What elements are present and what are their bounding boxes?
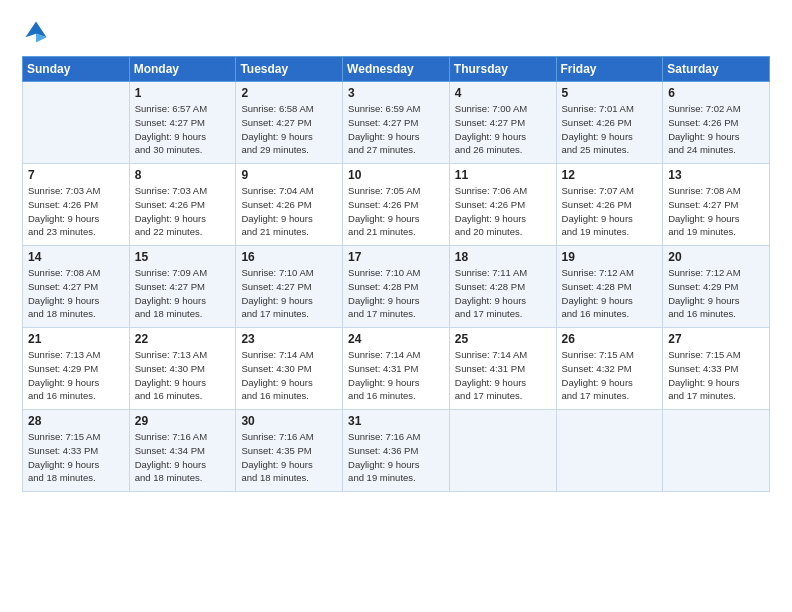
calendar-cell: 2Sunrise: 6:58 AM Sunset: 4:27 PM Daylig… (236, 82, 343, 164)
day-info: Sunrise: 7:16 AM Sunset: 4:36 PM Dayligh… (348, 430, 444, 485)
calendar-week-row: 1Sunrise: 6:57 AM Sunset: 4:27 PM Daylig… (23, 82, 770, 164)
day-number: 25 (455, 332, 551, 346)
calendar-cell: 14Sunrise: 7:08 AM Sunset: 4:27 PM Dayli… (23, 246, 130, 328)
calendar-week-row: 7Sunrise: 7:03 AM Sunset: 4:26 PM Daylig… (23, 164, 770, 246)
day-number: 7 (28, 168, 124, 182)
day-number: 9 (241, 168, 337, 182)
calendar-week-row: 21Sunrise: 7:13 AM Sunset: 4:29 PM Dayli… (23, 328, 770, 410)
day-info: Sunrise: 7:01 AM Sunset: 4:26 PM Dayligh… (562, 102, 658, 157)
calendar-cell: 18Sunrise: 7:11 AM Sunset: 4:28 PM Dayli… (449, 246, 556, 328)
logo-icon (22, 18, 50, 46)
weekday-header: Saturday (663, 57, 770, 82)
weekday-header: Friday (556, 57, 663, 82)
day-number: 12 (562, 168, 658, 182)
day-info: Sunrise: 7:08 AM Sunset: 4:27 PM Dayligh… (668, 184, 764, 239)
day-number: 17 (348, 250, 444, 264)
day-info: Sunrise: 7:12 AM Sunset: 4:28 PM Dayligh… (562, 266, 658, 321)
calendar-cell: 29Sunrise: 7:16 AM Sunset: 4:34 PM Dayli… (129, 410, 236, 492)
day-info: Sunrise: 7:07 AM Sunset: 4:26 PM Dayligh… (562, 184, 658, 239)
weekday-header: Sunday (23, 57, 130, 82)
weekday-header: Wednesday (343, 57, 450, 82)
calendar-cell: 4Sunrise: 7:00 AM Sunset: 4:27 PM Daylig… (449, 82, 556, 164)
day-number: 13 (668, 168, 764, 182)
day-number: 22 (135, 332, 231, 346)
calendar-cell: 17Sunrise: 7:10 AM Sunset: 4:28 PM Dayli… (343, 246, 450, 328)
calendar-cell: 24Sunrise: 7:14 AM Sunset: 4:31 PM Dayli… (343, 328, 450, 410)
day-info: Sunrise: 7:12 AM Sunset: 4:29 PM Dayligh… (668, 266, 764, 321)
calendar-cell: 13Sunrise: 7:08 AM Sunset: 4:27 PM Dayli… (663, 164, 770, 246)
day-number: 6 (668, 86, 764, 100)
day-info: Sunrise: 7:03 AM Sunset: 4:26 PM Dayligh… (28, 184, 124, 239)
day-info: Sunrise: 7:13 AM Sunset: 4:30 PM Dayligh… (135, 348, 231, 403)
day-number: 2 (241, 86, 337, 100)
day-number: 28 (28, 414, 124, 428)
day-number: 29 (135, 414, 231, 428)
calendar-cell: 23Sunrise: 7:14 AM Sunset: 4:30 PM Dayli… (236, 328, 343, 410)
day-number: 15 (135, 250, 231, 264)
day-info: Sunrise: 7:08 AM Sunset: 4:27 PM Dayligh… (28, 266, 124, 321)
calendar-cell: 31Sunrise: 7:16 AM Sunset: 4:36 PM Dayli… (343, 410, 450, 492)
day-info: Sunrise: 7:15 AM Sunset: 4:33 PM Dayligh… (28, 430, 124, 485)
weekday-header: Tuesday (236, 57, 343, 82)
day-number: 30 (241, 414, 337, 428)
calendar-cell: 16Sunrise: 7:10 AM Sunset: 4:27 PM Dayli… (236, 246, 343, 328)
calendar-cell: 12Sunrise: 7:07 AM Sunset: 4:26 PM Dayli… (556, 164, 663, 246)
day-number: 8 (135, 168, 231, 182)
day-info: Sunrise: 7:10 AM Sunset: 4:28 PM Dayligh… (348, 266, 444, 321)
day-number: 16 (241, 250, 337, 264)
day-info: Sunrise: 6:58 AM Sunset: 4:27 PM Dayligh… (241, 102, 337, 157)
calendar-cell: 19Sunrise: 7:12 AM Sunset: 4:28 PM Dayli… (556, 246, 663, 328)
day-info: Sunrise: 7:11 AM Sunset: 4:28 PM Dayligh… (455, 266, 551, 321)
day-info: Sunrise: 7:14 AM Sunset: 4:31 PM Dayligh… (455, 348, 551, 403)
calendar-cell: 28Sunrise: 7:15 AM Sunset: 4:33 PM Dayli… (23, 410, 130, 492)
calendar-cell: 9Sunrise: 7:04 AM Sunset: 4:26 PM Daylig… (236, 164, 343, 246)
calendar-cell: 3Sunrise: 6:59 AM Sunset: 4:27 PM Daylig… (343, 82, 450, 164)
calendar-cell (663, 410, 770, 492)
calendar-table: SundayMondayTuesdayWednesdayThursdayFrid… (22, 56, 770, 492)
day-number: 31 (348, 414, 444, 428)
day-number: 26 (562, 332, 658, 346)
calendar-cell: 7Sunrise: 7:03 AM Sunset: 4:26 PM Daylig… (23, 164, 130, 246)
day-number: 5 (562, 86, 658, 100)
day-number: 27 (668, 332, 764, 346)
calendar-cell: 6Sunrise: 7:02 AM Sunset: 4:26 PM Daylig… (663, 82, 770, 164)
calendar-cell (556, 410, 663, 492)
day-number: 18 (455, 250, 551, 264)
calendar-cell: 26Sunrise: 7:15 AM Sunset: 4:32 PM Dayli… (556, 328, 663, 410)
day-info: Sunrise: 7:03 AM Sunset: 4:26 PM Dayligh… (135, 184, 231, 239)
weekday-header: Thursday (449, 57, 556, 82)
day-info: Sunrise: 7:02 AM Sunset: 4:26 PM Dayligh… (668, 102, 764, 157)
day-info: Sunrise: 7:14 AM Sunset: 4:31 PM Dayligh… (348, 348, 444, 403)
calendar-week-row: 14Sunrise: 7:08 AM Sunset: 4:27 PM Dayli… (23, 246, 770, 328)
day-number: 3 (348, 86, 444, 100)
day-info: Sunrise: 7:16 AM Sunset: 4:34 PM Dayligh… (135, 430, 231, 485)
day-info: Sunrise: 7:09 AM Sunset: 4:27 PM Dayligh… (135, 266, 231, 321)
day-info: Sunrise: 7:14 AM Sunset: 4:30 PM Dayligh… (241, 348, 337, 403)
day-info: Sunrise: 7:00 AM Sunset: 4:27 PM Dayligh… (455, 102, 551, 157)
day-info: Sunrise: 6:59 AM Sunset: 4:27 PM Dayligh… (348, 102, 444, 157)
day-number: 20 (668, 250, 764, 264)
calendar-cell: 20Sunrise: 7:12 AM Sunset: 4:29 PM Dayli… (663, 246, 770, 328)
day-number: 4 (455, 86, 551, 100)
day-info: Sunrise: 7:16 AM Sunset: 4:35 PM Dayligh… (241, 430, 337, 485)
calendar-cell (23, 82, 130, 164)
day-number: 11 (455, 168, 551, 182)
day-info: Sunrise: 7:06 AM Sunset: 4:26 PM Dayligh… (455, 184, 551, 239)
calendar-cell: 15Sunrise: 7:09 AM Sunset: 4:27 PM Dayli… (129, 246, 236, 328)
day-number: 19 (562, 250, 658, 264)
header (22, 18, 770, 46)
day-info: Sunrise: 7:04 AM Sunset: 4:26 PM Dayligh… (241, 184, 337, 239)
day-number: 14 (28, 250, 124, 264)
weekday-header-row: SundayMondayTuesdayWednesdayThursdayFrid… (23, 57, 770, 82)
day-info: Sunrise: 7:05 AM Sunset: 4:26 PM Dayligh… (348, 184, 444, 239)
day-info: Sunrise: 7:13 AM Sunset: 4:29 PM Dayligh… (28, 348, 124, 403)
day-number: 23 (241, 332, 337, 346)
day-info: Sunrise: 6:57 AM Sunset: 4:27 PM Dayligh… (135, 102, 231, 157)
calendar-cell: 1Sunrise: 6:57 AM Sunset: 4:27 PM Daylig… (129, 82, 236, 164)
calendar-cell: 27Sunrise: 7:15 AM Sunset: 4:33 PM Dayli… (663, 328, 770, 410)
calendar-cell: 11Sunrise: 7:06 AM Sunset: 4:26 PM Dayli… (449, 164, 556, 246)
calendar-cell: 5Sunrise: 7:01 AM Sunset: 4:26 PM Daylig… (556, 82, 663, 164)
day-number: 10 (348, 168, 444, 182)
day-info: Sunrise: 7:15 AM Sunset: 4:33 PM Dayligh… (668, 348, 764, 403)
weekday-header: Monday (129, 57, 236, 82)
